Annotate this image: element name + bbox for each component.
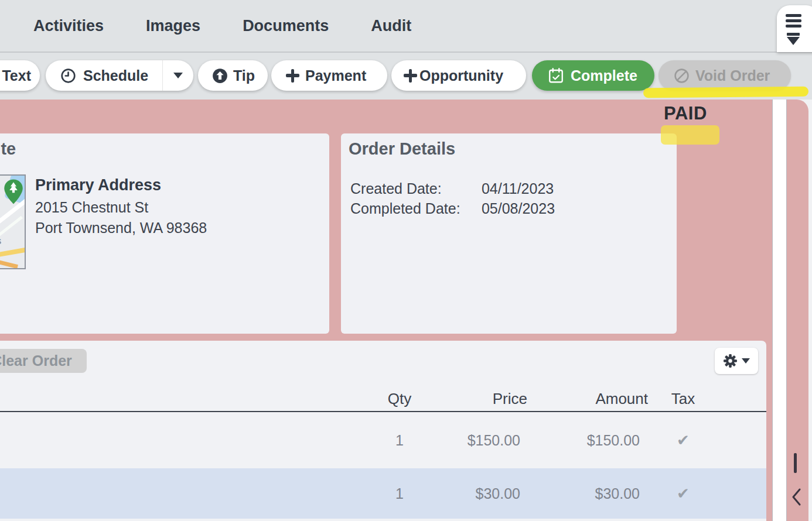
schedule-split-button: Schedule: [46, 60, 193, 91]
tab-documents[interactable]: Documents: [243, 17, 329, 35]
clear-order-label: Clear Order: [0, 352, 72, 369]
tip-button[interactable]: Tip: [198, 60, 268, 91]
top-nav-bar: Activities Images Documents Audit: [0, 0, 812, 53]
plus-icon: [403, 68, 418, 83]
schedule-button[interactable]: Schedule: [46, 60, 162, 91]
order-details-card: Order Details Created Date: 04/11/2023 C…: [341, 133, 677, 334]
completed-date-label: Completed Date:: [350, 200, 477, 217]
row-qty: 1: [370, 485, 429, 502]
schedule-button-label: Schedule: [83, 67, 148, 84]
gear-icon: [723, 354, 738, 368]
order-page: Activities Images Documents Audit Text S…: [0, 0, 812, 521]
table-row-selected[interactable]: 1 $30.00 $30.00 ✔: [0, 468, 766, 519]
items-settings-button[interactable]: [715, 348, 758, 374]
created-date-row: Created Date: 04/11/2023: [350, 180, 554, 197]
chevron-down-icon: [173, 73, 183, 78]
site-card: Site wns Primary Address 2015 Chestnut S…: [0, 133, 329, 334]
column-header-price: Price: [439, 390, 527, 408]
row-amount: $150.00: [531, 432, 640, 449]
schedule-dropdown-button[interactable]: [162, 60, 193, 91]
address-line1: 2015 Chestnut St: [35, 199, 148, 216]
page-menu-button[interactable]: [777, 5, 812, 52]
paid-stamp: PAID: [664, 103, 707, 124]
address-title: Primary Address: [35, 176, 161, 194]
map-road: [0, 246, 26, 260]
map-label-fragment: wns: [0, 235, 1, 247]
site-card-title: Site: [0, 139, 16, 159]
opportunity-button-label: Opportunity: [419, 67, 503, 84]
vertical-scrollbar-track[interactable]: [772, 100, 787, 521]
created-date-label: Created Date:: [350, 180, 477, 197]
highlighter-stroke-annotation: [643, 87, 808, 98]
tab-images[interactable]: Images: [146, 17, 200, 35]
map-road: [0, 256, 18, 269]
row-qty: 1: [370, 432, 429, 449]
circle-slash-icon: [674, 68, 690, 84]
complete-button[interactable]: Complete: [532, 60, 654, 91]
chevron-left-icon[interactable]: [789, 486, 803, 508]
text-button-label: Text: [2, 67, 31, 84]
address-line2: Port Townsend, WA 98368: [35, 220, 207, 236]
column-header-amount: Amount: [531, 390, 648, 408]
scroll-to-bottom-icon[interactable]: [787, 33, 800, 45]
map-pin-tree-icon: [3, 179, 24, 205]
map-road: [0, 216, 23, 251]
circle-arrow-up-icon: [212, 68, 228, 84]
row-price: $150.00: [439, 432, 520, 449]
column-header-qty: Qty: [370, 390, 429, 408]
order-status-panel: Site wns Primary Address 2015 Chestnut S…: [0, 100, 808, 521]
add-payment-button[interactable]: Payment: [271, 60, 387, 91]
tax-check-icon: ✔: [654, 485, 712, 503]
void-order-button-label: Void Order: [695, 67, 770, 84]
tab-audit[interactable]: Audit: [371, 17, 411, 35]
row-price: $30.00: [439, 485, 520, 502]
main-area: Site wns Primary Address 2015 Chestnut S…: [0, 100, 812, 521]
calendar-check-icon: [547, 67, 565, 84]
nav-tabs: Activities Images Documents Audit: [33, 0, 411, 52]
complete-button-label: Complete: [571, 67, 637, 84]
table-row[interactable]: 1 $150.00 $150.00 ✔: [0, 412, 766, 468]
tip-button-label: Tip: [233, 67, 255, 84]
site-map-thumbnail[interactable]: wns: [0, 174, 26, 269]
tax-check-icon: ✔: [654, 431, 712, 450]
highlighter-blob-annotation: [661, 125, 719, 145]
tab-activities[interactable]: Activities: [33, 17, 104, 35]
order-items-panel: Clear Order Qty: [0, 341, 766, 521]
row-amount: $30.00: [531, 485, 640, 502]
payment-button-label: Payment: [305, 67, 366, 84]
add-opportunity-button[interactable]: Opportunity: [391, 60, 526, 91]
chevron-down-icon: [742, 358, 750, 364]
completed-date-value: 05/08/2023: [482, 200, 555, 217]
text-button[interactable]: Text: [0, 60, 40, 91]
column-header-tax: Tax: [654, 390, 712, 408]
hamburger-icon[interactable]: [786, 14, 801, 28]
clear-order-button-disabled[interactable]: Clear Order: [0, 349, 87, 373]
plus-icon: [285, 68, 300, 83]
order-details-title: Order Details: [349, 139, 455, 159]
void-order-button-disabled[interactable]: Void Order: [659, 60, 791, 91]
created-date-value: 04/11/2023: [482, 180, 554, 197]
completed-date-row: Completed Date: 05/08/2023: [350, 200, 555, 217]
clock-icon: [60, 68, 76, 84]
drag-handle-icon[interactable]: [794, 453, 797, 473]
